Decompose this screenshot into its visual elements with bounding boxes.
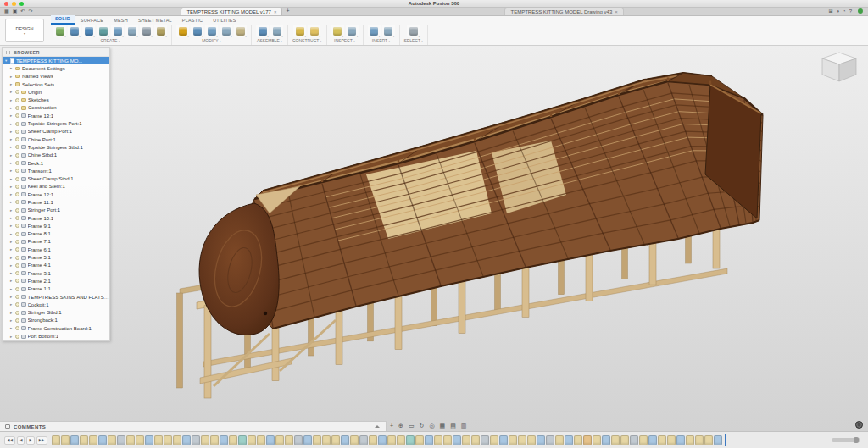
timeline-feature-icon[interactable] bbox=[154, 435, 163, 445]
timeline-feature-icon[interactable] bbox=[220, 435, 228, 445]
expand-arrow-icon[interactable]: ▸ bbox=[10, 153, 14, 158]
visibility-icon[interactable] bbox=[15, 208, 19, 213]
browser-item[interactable]: ▸Sketches bbox=[3, 96, 109, 103]
visibility-icon[interactable] bbox=[15, 113, 19, 118]
visibility-icon[interactable] bbox=[15, 161, 19, 165]
visibility-icon[interactable] bbox=[15, 177, 19, 181]
expand-arrow-icon[interactable]: ▸ bbox=[10, 263, 14, 268]
browser-item[interactable]: ▸Frame 6:1 bbox=[3, 246, 109, 253]
timeline-feature-icon[interactable] bbox=[490, 435, 498, 445]
shell-icon[interactable] bbox=[205, 25, 218, 37]
avatar[interactable] bbox=[858, 8, 863, 14]
timeline-feature-icon[interactable] bbox=[173, 435, 181, 445]
browser-item[interactable]: ▸Deck:1 bbox=[3, 159, 109, 167]
model-viewport[interactable]: COMMENTS +⊕▭↻◎▦▤▥ bbox=[0, 46, 868, 431]
browser-item[interactable]: ▸Frame 3:1 bbox=[3, 269, 109, 277]
timeline-feature-icon[interactable] bbox=[658, 435, 666, 445]
timeline-feature-icon[interactable] bbox=[574, 435, 582, 445]
look-at-icon[interactable]: ◎ bbox=[429, 421, 434, 430]
workspace-selector[interactable]: DESIGN bbox=[5, 19, 44, 42]
browser-item[interactable]: ▸Selection Sets bbox=[3, 80, 109, 88]
loft-icon[interactable] bbox=[125, 25, 138, 37]
timeline-feature-icon[interactable] bbox=[285, 435, 293, 445]
pan-icon[interactable]: + bbox=[390, 421, 393, 430]
timeline-feature-icon[interactable] bbox=[630, 435, 638, 445]
visibility-icon[interactable] bbox=[15, 192, 19, 196]
timeline-feature-icon[interactable] bbox=[583, 435, 592, 445]
browser-item[interactable]: ▸Frame 1:1 bbox=[3, 285, 109, 293]
expand-arrow-icon[interactable]: ▸ bbox=[10, 247, 14, 252]
offset-plane-icon[interactable] bbox=[293, 25, 306, 37]
combine-icon[interactable] bbox=[220, 25, 232, 37]
timeline-feature-icon[interactable] bbox=[686, 435, 694, 445]
browser-item[interactable]: ▸Frame Construction Board:1 bbox=[3, 324, 109, 332]
visibility-icon[interactable] bbox=[15, 287, 19, 291]
browser-item[interactable]: ▸Cockpit:1 bbox=[3, 301, 109, 308]
browser-header[interactable]: BROWSER bbox=[3, 48, 109, 57]
expand-arrow-icon[interactable]: ▸ bbox=[10, 98, 14, 102]
timeline-feature-icon[interactable] bbox=[397, 435, 405, 445]
timeline-feature-icon[interactable] bbox=[266, 435, 275, 445]
timeline-feature-icon[interactable] bbox=[406, 435, 415, 445]
visibility-icon[interactable] bbox=[15, 256, 19, 260]
timeline-feature-icon[interactable] bbox=[108, 435, 116, 445]
timeline-feature-icon[interactable] bbox=[443, 435, 452, 445]
pattern-icon[interactable] bbox=[154, 25, 167, 37]
browser-item[interactable]: ▸Chine Port:1 bbox=[3, 136, 109, 143]
timeline-feature-icon[interactable] bbox=[369, 435, 377, 445]
timeline-feature-icon[interactable] bbox=[257, 435, 265, 445]
visibility-icon[interactable] bbox=[15, 153, 19, 158]
timeline-feature-icon[interactable] bbox=[537, 435, 545, 445]
browser-item[interactable]: ▸Port Bottom:1 bbox=[3, 332, 109, 340]
expand-arrow-icon[interactable]: ▸ bbox=[10, 106, 14, 110]
timeline-feature-icon[interactable] bbox=[350, 435, 359, 445]
timeline-feature-icon[interactable] bbox=[136, 435, 144, 445]
expand-arrow-icon[interactable]: ▸ bbox=[10, 224, 14, 228]
timeline-feature-icon[interactable] bbox=[387, 435, 396, 445]
revolve-icon[interactable] bbox=[97, 25, 109, 37]
visibility-icon[interactable] bbox=[15, 106, 19, 110]
timeline-feature-icon[interactable] bbox=[481, 435, 489, 445]
expand-arrow-icon[interactable]: ▸ bbox=[10, 295, 14, 299]
visibility-icon[interactable] bbox=[15, 185, 19, 189]
close-tab-icon[interactable]: × bbox=[274, 9, 277, 14]
expand-arrow-icon[interactable]: ▸ bbox=[10, 192, 14, 196]
visibility-icon[interactable] bbox=[15, 295, 19, 299]
save-icon[interactable]: ▣ bbox=[13, 7, 18, 15]
browser-item[interactable]: ▸Frame 4:1 bbox=[3, 262, 109, 269]
expand-arrow-icon[interactable]: ▸ bbox=[10, 185, 14, 189]
visibility-icon[interactable] bbox=[15, 145, 19, 149]
expand-arrow-icon[interactable]: ▸ bbox=[10, 200, 14, 204]
browser-item[interactable]: ▸Topside Stringers Port:1 bbox=[3, 119, 109, 127]
new-tab-button[interactable]: + bbox=[286, 7, 289, 15]
joint-icon[interactable] bbox=[270, 25, 283, 37]
timeline-feature-icon[interactable] bbox=[425, 435, 433, 445]
timeline-feature-icon[interactable] bbox=[331, 435, 340, 445]
browser-item[interactable]: ▸Topside Stringers Stbd:1 bbox=[3, 143, 109, 151]
timeline-feature-icon[interactable] bbox=[648, 435, 657, 445]
timeline-zoom-slider[interactable] bbox=[832, 438, 860, 442]
browser-item[interactable]: ▸Frame 10:1 bbox=[3, 214, 109, 222]
browser-item[interactable]: ▸Frame 8:1 bbox=[3, 230, 109, 238]
timeline-feature-icon[interactable] bbox=[695, 435, 704, 445]
group-label[interactable]: SELECT bbox=[404, 37, 424, 45]
fillet-icon[interactable] bbox=[191, 25, 203, 37]
group-label[interactable]: MODIFY bbox=[202, 37, 221, 45]
section-analysis-icon[interactable] bbox=[346, 25, 359, 37]
visibility-icon[interactable] bbox=[15, 247, 19, 252]
insert-mesh-icon[interactable] bbox=[382, 25, 395, 37]
timeline-feature-icon[interactable] bbox=[555, 435, 564, 445]
visibility-icon[interactable] bbox=[15, 335, 19, 339]
timeline-feature-icon[interactable] bbox=[164, 435, 172, 445]
expand-arrow-icon[interactable]: ▾ bbox=[5, 58, 8, 63]
close-tab-icon[interactable]: × bbox=[615, 9, 618, 14]
timeline-feature-icon[interactable] bbox=[275, 435, 284, 445]
expand-arrow-icon[interactable]: ▸ bbox=[10, 271, 14, 275]
visibility-icon[interactable] bbox=[15, 90, 19, 94]
timeline-feature-icon[interactable] bbox=[415, 435, 424, 445]
group-label[interactable]: CONSTRUCT bbox=[292, 37, 322, 45]
drawing-document-tab[interactable]: TEMPTRESS KITTING MODEL Drawing v43 × bbox=[504, 8, 623, 15]
extrude-icon[interactable] bbox=[82, 25, 95, 37]
sweep-icon[interactable] bbox=[111, 25, 124, 37]
visibility-icon[interactable] bbox=[15, 122, 19, 126]
